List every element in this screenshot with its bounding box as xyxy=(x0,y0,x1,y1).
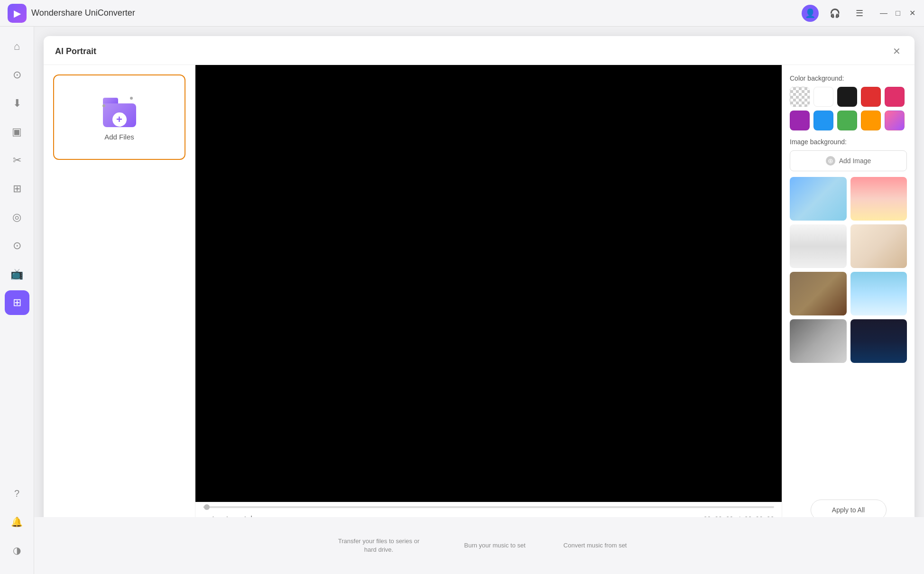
sidebar-notifications[interactable]: 🔔 xyxy=(5,509,29,534)
sidebar-item-trim[interactable]: ✂ xyxy=(5,148,29,173)
color-background-section: Color background: xyxy=(790,74,907,130)
image-thumb-2[interactable] xyxy=(850,177,907,221)
image-thumb-3[interactable] xyxy=(790,224,847,268)
image-thumb-5[interactable] xyxy=(790,272,847,315)
sidebar-item-tools[interactable]: ⊞ xyxy=(5,290,29,315)
title-bar-controls: 👤 🎧 ☰ — □ ✕ xyxy=(802,5,916,22)
image-background-section: Image background: ⊕ Add Image xyxy=(790,138,907,363)
color-swatch-purple[interactable] xyxy=(790,111,810,130)
sidebar-item-merge[interactable]: ⊞ xyxy=(5,176,29,201)
image-thumb-1[interactable] xyxy=(790,177,847,221)
video-preview xyxy=(195,65,782,502)
logo-icon: ▶ xyxy=(14,8,21,19)
plus-circle-icon: ⊕ xyxy=(826,156,835,166)
folder-body: + xyxy=(103,103,136,127)
color-swatch-transparent[interactable] xyxy=(790,87,810,107)
image-background-label: Image background: xyxy=(790,138,907,146)
color-swatch-pink[interactable] xyxy=(885,87,905,107)
folder-tab xyxy=(103,98,118,103)
bottom-card-2: Burn your music to set xyxy=(464,541,526,550)
color-swatch-black[interactable] xyxy=(837,87,857,107)
image-thumb-4[interactable] xyxy=(850,224,907,268)
sidebar-settings[interactable]: ◑ xyxy=(5,538,29,563)
bottom-content: Transfer your files to series or hard dr… xyxy=(34,517,924,574)
close-window-button[interactable]: ✕ xyxy=(908,9,916,18)
bottom-card-3: Convert music from set xyxy=(564,541,627,550)
add-files-card[interactable]: + Add Files xyxy=(53,74,185,160)
color-swatch-blue[interactable] xyxy=(813,111,833,130)
ai-portrait-dialog: AI Portrait ✕ + xyxy=(44,36,915,565)
sidebar-bottom: ? 🔔 ◑ xyxy=(5,481,29,566)
add-image-label: Add Image xyxy=(839,157,871,165)
right-panel: Color background: xyxy=(782,65,915,530)
dot-decoration-1 xyxy=(130,97,133,100)
sidebar-item-editor[interactable]: ▣ xyxy=(5,120,29,144)
progress-bar[interactable] xyxy=(203,506,774,508)
image-thumb-7[interactable] xyxy=(790,319,847,363)
maximize-button[interactable]: □ xyxy=(894,9,902,18)
color-swatch-gradient[interactable] xyxy=(885,111,905,130)
sidebar-item-portrait[interactable]: ⊙ xyxy=(5,233,29,258)
sidebar-item-effects[interactable]: ◎ xyxy=(5,205,29,230)
sidebar-help[interactable]: ? xyxy=(5,481,29,506)
app-title: Wondershare UniConverter xyxy=(31,8,802,18)
sidebar-item-home[interactable]: ⌂ xyxy=(5,34,29,59)
sidebar-item-screen[interactable]: 📺 xyxy=(5,262,29,287)
color-background-label: Color background: xyxy=(790,74,907,82)
add-files-icon: + xyxy=(101,94,139,127)
dot-decoration-2 xyxy=(102,104,105,107)
title-bar: ▶ Wondershare UniConverter 👤 🎧 ☰ — □ ✕ xyxy=(0,0,924,27)
dialog-header: AI Portrait ✕ xyxy=(44,36,915,65)
dialog-body: + Add Files xyxy=(44,65,915,530)
image-thumb-8[interactable] xyxy=(850,319,907,363)
file-panel: + Add Files xyxy=(44,65,195,530)
add-image-button[interactable]: ⊕ Add Image xyxy=(790,150,907,171)
sidebar-item-convert[interactable]: ⊙ xyxy=(5,63,29,87)
image-thumbnails-grid xyxy=(790,177,907,363)
progress-handle[interactable] xyxy=(204,504,210,510)
color-swatch-green[interactable] xyxy=(837,111,857,130)
color-swatch-white[interactable] xyxy=(813,87,833,107)
support-button[interactable]: 🎧 xyxy=(826,5,843,22)
dialog-close-button[interactable]: ✕ xyxy=(890,45,903,58)
color-swatch-orange[interactable] xyxy=(861,111,881,130)
window-controls: — □ ✕ xyxy=(879,9,916,18)
folder-plus-icon: + xyxy=(112,112,127,127)
bottom-card-1: Transfer your files to series or hard dr… xyxy=(332,537,426,554)
color-swatch-red[interactable] xyxy=(861,87,881,107)
dialog-title: AI Portrait xyxy=(55,46,96,56)
minimize-button[interactable]: — xyxy=(879,9,888,18)
color-swatches-grid xyxy=(790,87,907,130)
sidebar-item-download[interactable]: ⬇ xyxy=(5,91,29,116)
app-logo: ▶ xyxy=(8,4,27,23)
main-layout: ⌂ ⊙ ⬇ ▣ ✂ ⊞ ◎ ⊙ 📺 ⊞ ? 🔔 ◑ AI Portrait ✕ xyxy=(0,27,924,574)
profile-button[interactable]: 👤 xyxy=(802,5,819,22)
sidebar: ⌂ ⊙ ⬇ ▣ ✂ ⊞ ◎ ⊙ 📺 ⊞ ? 🔔 ◑ xyxy=(0,27,34,574)
image-thumb-6[interactable] xyxy=(850,272,907,315)
menu-button[interactable]: ☰ xyxy=(851,5,868,22)
content-area: AI Portrait ✕ + xyxy=(34,27,924,574)
add-files-label: Add Files xyxy=(104,133,134,141)
preview-area: ◀ ▶ ▶| 00:00:00 / 00:00:00 xyxy=(195,65,782,530)
